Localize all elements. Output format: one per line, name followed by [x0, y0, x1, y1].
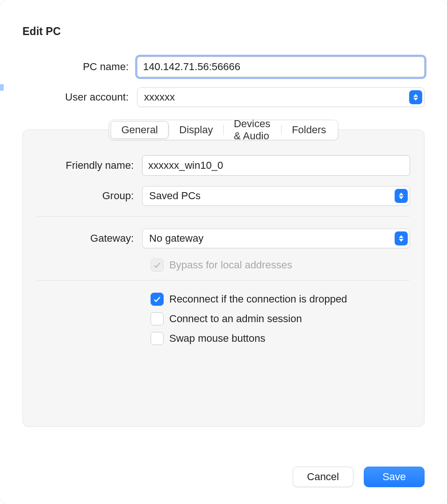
settings-pane: General Display Devices & Audio Folders … [22, 130, 425, 427]
reconnect-label: Reconnect if the connection is dropped [169, 293, 347, 305]
swap-mouse-row: Swap mouse buttons [37, 332, 410, 345]
friendly-name-row: Friendly name: [37, 155, 410, 176]
page-title: Edit PC [22, 25, 425, 38]
bypass-checkbox [151, 259, 164, 272]
group-row: Group: Saved PCs [37, 186, 410, 206]
divider [37, 280, 410, 281]
swap-mouse-checkbox[interactable] [151, 332, 164, 345]
divider [37, 216, 410, 216]
gateway-value: No gateway [149, 232, 203, 245]
swap-mouse-label: Swap mouse buttons [169, 332, 265, 345]
cancel-button[interactable]: Cancel [293, 467, 353, 487]
updown-icon [395, 231, 408, 245]
tab-strip: General Display Devices & Audio Folders [108, 120, 338, 140]
background-window-edge [0, 84, 4, 91]
group-value: Saved PCs [149, 190, 201, 202]
user-account-row: User account: xxxxxx [22, 87, 425, 107]
user-account-select[interactable]: xxxxxx [137, 87, 425, 107]
gateway-label: Gateway: [37, 232, 142, 245]
group-select[interactable]: Saved PCs [142, 186, 410, 206]
tab-general[interactable]: General [110, 121, 168, 139]
group-label: Group: [37, 190, 142, 202]
bypass-row: Bypass for local addresses [37, 259, 410, 272]
updown-icon [409, 90, 422, 104]
updown-icon [395, 189, 408, 203]
friendly-name-label: Friendly name: [37, 159, 142, 172]
user-account-label: User account: [22, 91, 137, 103]
pc-name-row: PC name: [22, 57, 425, 77]
gateway-row: Gateway: No gateway [37, 229, 410, 248]
dialog-buttons: Cancel Save [293, 467, 425, 487]
user-account-value: xxxxxx [144, 91, 175, 103]
tab-folders[interactable]: Folders [281, 121, 336, 139]
reconnect-checkbox[interactable] [151, 293, 164, 306]
admin-session-checkbox[interactable] [151, 312, 164, 325]
edit-pc-sheet: Edit PC PC name: User account: xxxxxx Ge… [0, 0, 447, 504]
bypass-label: Bypass for local addresses [169, 259, 292, 271]
pc-name-input[interactable] [137, 57, 425, 77]
save-button[interactable]: Save [364, 467, 425, 487]
reconnect-row: Reconnect if the connection is dropped [37, 293, 410, 306]
gateway-select[interactable]: No gateway [142, 229, 410, 248]
admin-session-label: Connect to an admin session [169, 313, 302, 325]
check-icon [153, 261, 161, 269]
tab-display[interactable]: Display [169, 121, 223, 139]
check-icon [153, 295, 161, 303]
pc-name-label: PC name: [22, 61, 137, 73]
admin-session-row: Connect to an admin session [37, 312, 410, 325]
tab-devices-audio[interactable]: Devices & Audio [224, 121, 281, 139]
friendly-name-input[interactable] [142, 155, 410, 176]
